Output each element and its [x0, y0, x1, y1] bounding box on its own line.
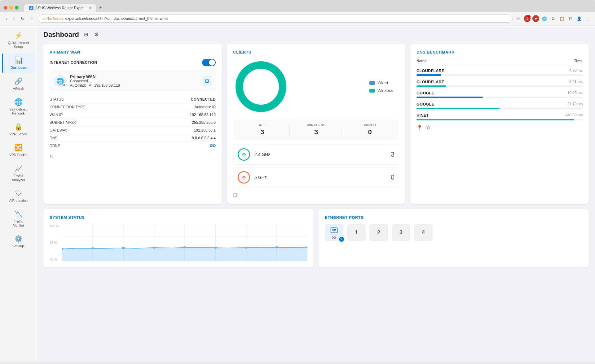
app-container: ⚡ Quick InternetSetup 📊 Dashboard 🔗 AiMe… — [0, 25, 595, 362]
info-row-wan-ip: WAN IP 192.168.68.119 — [50, 111, 216, 119]
sidebar-item-dashboard[interactable]: 📊 Dashboard — [2, 53, 35, 73]
clients-legend: Wired Wireless — [369, 80, 399, 93]
svg-point-20 — [214, 247, 217, 249]
primary-wan-card: PRIMARY WAN INTERNET CONNECTION 🌐 Primar… — [43, 44, 222, 204]
new-tab-button[interactable]: + — [96, 3, 104, 12]
fullscreen-window-button[interactable] — [15, 6, 19, 10]
sidebar-item-label: AiProtection — [9, 199, 28, 203]
dashboard-settings-button[interactable]: ⚙ — [93, 30, 100, 39]
sidebar-item-vpn-server[interactable]: 🔒 VPN Server — [2, 120, 35, 139]
home-button[interactable]: ⌂ — [29, 15, 35, 22]
dns-header-row: Name Time — [416, 59, 583, 66]
close-window-button[interactable] — [4, 6, 7, 10]
toolbar-icons: ☆ 1 ♥ 🌐 ⚙ 📋 ⊟ 👤 ⋮ — [515, 15, 591, 22]
main-content: Dashboard ⊞ ⚙ PRIMARY WAN INTERNET CONNE… — [37, 25, 595, 362]
wan-status: Connected — [70, 79, 199, 83]
dns-item-cloudflare-2: CLOUDFLARE 6.01 ms — [416, 80, 583, 87]
clients-title: CLIENTS — [233, 50, 399, 54]
dns-footer-location-icon[interactable]: 📍 — [416, 125, 423, 131]
wan-name: Primary WAN — [70, 74, 199, 79]
tab-close-button[interactable]: ✕ — [88, 6, 91, 10]
reload-button[interactable]: ↻ — [19, 15, 26, 22]
forward-button[interactable]: › — [11, 15, 17, 22]
sidebar-item-traffic-analyzer[interactable]: 📈 TrafficAnalyzer — [2, 162, 35, 185]
stat-wireless: WIRELESS 3 — [289, 123, 343, 136]
freq-2g-label: 2.4 GHz — [254, 152, 391, 157]
wan-connected-dot — [63, 84, 66, 87]
freq-5g-count: 0 — [391, 173, 394, 181]
sidebar-item-self-defined-network[interactable]: 🌐 Self-definedNetwork — [2, 95, 35, 119]
svg-point-3 — [244, 179, 245, 180]
tab-favicon: A — [29, 6, 33, 10]
browser-titlebar: A ASUS Wireless Router Exper... ✕ + — [0, 0, 595, 12]
wan-footer-icon[interactable]: ↻ — [50, 154, 54, 160]
wireless-color — [369, 89, 375, 93]
svg-point-1 — [244, 70, 278, 104]
sidebar-item-vpn-fusion[interactable]: 🔀 VPN Fusion — [2, 141, 35, 160]
port-icon-4[interactable]: 4 — [414, 224, 433, 241]
chart-svg — [62, 224, 307, 261]
svg-point-18 — [152, 247, 156, 249]
legend-wireless-label: Wireless — [377, 88, 393, 93]
freq-item-5g[interactable]: 5 GHz 0 — [233, 167, 399, 188]
legend-wireless: Wireless — [369, 88, 393, 93]
chart-label-50: 50 % — [50, 258, 60, 261]
port-icon-1[interactable]: 1 — [347, 224, 366, 241]
primary-wan-title: PRIMARY WAN — [50, 50, 216, 54]
internet-connection-toggle[interactable] — [202, 59, 216, 66]
sidebar: ⚡ Quick InternetSetup 📊 Dashboard 🔗 AiMe… — [0, 25, 37, 362]
bookmark-icon[interactable]: ☆ — [515, 15, 522, 22]
donut-svg — [233, 59, 289, 115]
sidebar-item-aiprotection[interactable]: 🛡 AiProtection — [2, 186, 35, 206]
traffic-analyzer-icon: 📈 — [14, 165, 23, 173]
wan-info-table: STATUS CONNECTED CONNECTION TYPE Automat… — [50, 96, 216, 150]
extension-icon-5[interactable]: 📋 — [558, 15, 565, 22]
vpn-fusion-icon: 🔀 — [14, 144, 23, 152]
sidebar-toggle-icon[interactable]: ⊟ — [567, 15, 574, 22]
wan-info-box: 🌐 Primary WAN Connected Automatic IP 192… — [50, 71, 216, 91]
back-button[interactable]: ‹ — [4, 15, 9, 22]
freq-5g-icon — [238, 171, 250, 184]
more-options-icon[interactable]: ⋮ — [584, 15, 591, 22]
sidebar-item-label: VPN Fusion — [9, 153, 28, 157]
port-main-icon — [330, 226, 338, 235]
chart-fill — [62, 247, 307, 261]
minimize-window-button[interactable] — [9, 6, 13, 10]
port-icon-row: ✎ IG 1 2 3 4 — [325, 224, 583, 241]
extension-icon-1[interactable]: 1 — [524, 15, 531, 22]
ext-badge — [527, 15, 531, 18]
extension-icon-2[interactable]: ♥ — [532, 15, 539, 22]
dns-col-name: Name — [416, 59, 427, 63]
dns-footer: 📍 🗑 — [416, 125, 583, 131]
wan-copy-button[interactable]: ⊞ — [202, 76, 211, 86]
address-bar[interactable]: ⚠ Not Secure expertwifi.net/index.html?u… — [38, 15, 513, 23]
sidebar-item-traffic-monitor[interactable]: 📉 TrafficMonitor — [2, 207, 35, 231]
tab-bar: A ASUS Wireless Router Exper... ✕ + — [24, 3, 104, 12]
clients-card-footer: ⊟ — [233, 192, 399, 198]
sidebar-item-label: TrafficMonitor — [13, 219, 24, 228]
port-icon-main[interactable]: ✎ IG — [325, 224, 343, 241]
sidebar-item-aimesh[interactable]: 🔗 AiMesh — [2, 74, 35, 94]
wan-ip-display: Automatic IP 192.168.68.119 — [70, 83, 199, 88]
wan-globe-icon: 🌐 — [54, 75, 66, 87]
dns-footer-trash-icon[interactable]: 🗑 — [426, 125, 431, 131]
aimesh-icon: 🔗 — [14, 77, 23, 85]
stat-all: ALL 3 — [236, 123, 289, 136]
dashboard-copy-button[interactable]: ⊞ — [83, 30, 89, 39]
tab-title: ASUS Wireless Router Exper... — [35, 6, 86, 10]
svg-point-16 — [91, 247, 95, 249]
port-icon-2[interactable]: 2 — [369, 224, 388, 241]
port-icon-3[interactable]: 3 — [392, 224, 410, 241]
profile-icon[interactable]: 👤 — [576, 15, 583, 22]
clients-footer-monitor-icon[interactable]: ⊟ — [233, 192, 237, 198]
extension-icon-4[interactable]: ⚙ — [550, 15, 557, 22]
sidebar-item-quick-internet-setup[interactable]: ⚡ Quick InternetSetup — [2, 28, 35, 52]
browser-tab[interactable]: A ASUS Wireless Router Exper... ✕ — [24, 4, 96, 12]
sidebar-item-settings[interactable]: ⚙️ Settings — [2, 232, 35, 251]
extension-icon-3[interactable]: 🌐 — [541, 15, 548, 22]
freq-item-2g[interactable]: 2.4 GHz 3 — [233, 144, 399, 165]
info-row-connection-type: CONNECTION TYPE Automatic IP — [50, 103, 216, 111]
aiprotection-icon: 🛡 — [15, 189, 22, 197]
url-text: expertwifi.net/index.html?url=dashboard&… — [65, 16, 169, 21]
self-defined-network-icon: 🌐 — [14, 98, 23, 106]
